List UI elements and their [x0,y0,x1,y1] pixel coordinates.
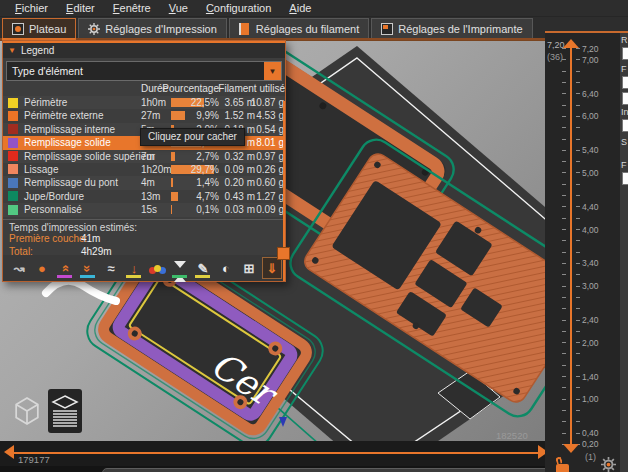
percentage-bar [171,205,172,214]
printer-icon [381,23,393,35]
menu-item-editer[interactable]: Editer [57,1,104,15]
wireframe-icon[interactable]: ⊞ [239,257,259,279]
shells-icon[interactable]: ≈ [101,257,121,279]
layers-icon [50,394,80,428]
print-times-block: Temps d'impression estimés: Première cou… [3,219,285,259]
minor-tick [576,365,580,366]
custom-gcode-icon-glyph: ✎ [198,262,209,275]
shells-icon-glyph: ≈ [107,262,114,275]
tab-bar: PlateauRéglages d'ImpressionRéglages du … [0,17,628,40]
gcode-range-track[interactable] [12,452,541,454]
menu-item-fichier[interactable]: Fichier [6,1,57,15]
tick-label: 4,40 [582,202,599,212]
minor-tick [576,297,580,298]
gcode-range-right-value: 182520 [496,430,528,441]
color-changes-icon[interactable] [147,257,167,279]
minor-tick [562,229,566,230]
minor-tick [562,365,566,366]
minor-tick [562,308,566,309]
legend-row-personnalis-[interactable]: Personnalisé15s0,1%0.03 m0.09 g [3,203,285,216]
feature-duration: 15s [141,204,157,215]
lock-icon[interactable] [556,464,569,472]
minor-tick [576,139,580,140]
legend-row-remplissage-solide-sup-rieur[interactable]: Remplissage solide supérieur7m2,7%0.32 m… [3,150,285,163]
minor-tick [576,353,580,354]
feature-label: Remplissage solide [24,137,111,148]
legend-row-lissage[interactable]: Lissage1h20m29,7%0.09 m0.26 g [3,163,285,176]
legend-column-headers: Durée Pourcentage Filament utilisé [3,83,285,96]
tick-label: 1,40 [582,372,599,382]
menu-item-aide[interactable]: Aide [280,1,320,15]
pause-prints-icon[interactable]: ↓ [124,257,144,279]
unretractions-icon[interactable]: » [55,257,75,279]
legend-header[interactable]: ▼ Legend [3,41,285,58]
contrast-icon[interactable]: ◐ [216,257,236,279]
cutoff-input-fragment [622,172,628,185]
tab-r-glages-du-filament[interactable]: Réglages du filament [229,18,369,38]
minor-tick [562,93,566,94]
layer-slider-track[interactable] [570,48,572,444]
legend-row-p-rim-tre-externe[interactable]: Périmètre externe27m9,9%1.52 m4.53 g [3,109,285,122]
minor-tick [576,195,580,196]
legend-scrollbar[interactable] [283,101,285,281]
dropdown-arrow-icon[interactable]: ▼ [264,62,281,80]
travel-moves-icon[interactable]: ↝ [9,257,29,279]
retractions-icon[interactable]: » [78,257,98,279]
gcode-range-slider: 179177 182520 [0,441,556,466]
custom-gcode-icon[interactable]: ✎ [193,257,213,279]
cutoff-input-fragment [622,92,628,105]
seams-icon[interactable]: ● [32,257,52,279]
minor-tick [562,353,566,354]
bed-logo-scribble [46,281,116,302]
minor-tick [576,116,580,117]
legend-row-jupe-bordure[interactable]: Jupe/Bordure13m4,7%0.43 m1.27 g [3,190,285,203]
gear-icon [88,23,100,35]
feature-weight: 1.27 g [249,191,284,202]
menu-item-fentre[interactable]: Fenêtre [104,1,160,15]
legend-row-p-rim-tre[interactable]: Périmètre1h0m22,5%3.65 m10.87 g [3,96,285,109]
legend-title: Legend [21,45,54,56]
menu-item-vue[interactable]: Vue [160,1,197,15]
minor-tick [562,286,566,287]
tab-r-glages-de-l-imprimante[interactable]: Réglages de l'Imprimante [371,18,532,38]
minor-tick [576,308,580,309]
minor-tick [576,263,580,264]
estimated-time-icon[interactable] [170,257,190,279]
minor-tick [576,127,580,128]
view-layers-button[interactable] [48,389,82,433]
pause-prints-icon-glyph: ↓ [131,262,138,275]
gcode-range-handle-left[interactable] [4,445,14,459]
minor-tick [562,274,566,275]
feature-color-swatch [8,178,18,188]
tick-label: 1,00 [582,394,599,404]
contrast-icon-glyph: ◐ [222,262,230,275]
view-3d-button[interactable] [10,389,44,433]
tab-plateau[interactable]: Plateau [2,18,76,38]
percentage-bar [171,152,175,161]
minor-tick [562,410,566,411]
legend-row-remplissage-du-pont[interactable]: Remplissage du pont4m1,4%0.20 m0.60 g [3,176,285,189]
minor-tick [562,399,566,400]
minor-tick [562,105,566,106]
layer-slider-panel: 7,20 (36) 7,207,006,406,005,405,004,404,… [545,31,620,472]
minor-tick [562,195,566,196]
minor-tick [576,252,580,253]
layer-slider-top-count: (36) [547,52,563,62]
percentage-bar [171,178,173,187]
minor-tick [576,274,580,275]
menu-item-configuration[interactable]: Configuration [197,1,280,15]
feature-duration: 1h0m [141,97,166,108]
tick-label: 6,00 [582,111,599,121]
marker-tool-icon[interactable]: ⇓ [262,257,282,279]
layer-slider-handle-bottom[interactable] [563,444,579,453]
slicer-window: FichierEditerFenêtreVueConfigurationAide… [0,0,628,472]
feature-duration: 1h20m [141,164,172,175]
legend-scrollbar-thumb[interactable] [277,247,290,260]
tab-r-glages-d-impression[interactable]: Réglages d'Impression [78,18,227,38]
minor-tick [576,161,580,162]
layer-slider-handle-top[interactable] [563,39,579,48]
gear-icon[interactable] [601,457,616,472]
feature-color-swatch [8,191,18,201]
element-type-dropdown[interactable]: Type d'élément ▼ [6,61,282,81]
minor-tick [562,206,566,207]
